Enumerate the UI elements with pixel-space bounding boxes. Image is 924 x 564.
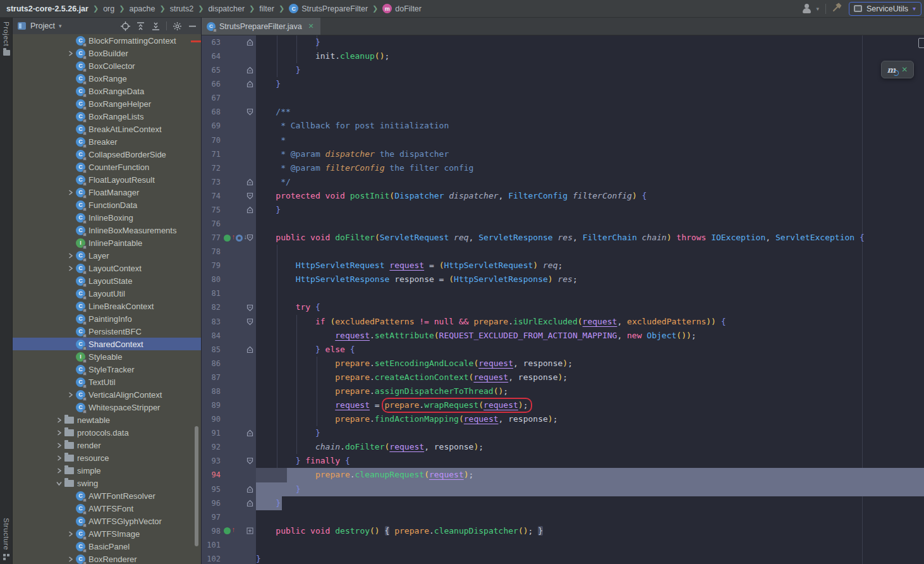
fold-marker-end[interactable] <box>245 429 255 437</box>
class-icon: C <box>76 276 85 286</box>
chevron-right-icon[interactable] <box>64 392 76 398</box>
tree-item-protocols.data[interactable]: protocols.data <box>13 426 201 439</box>
tree-item-linebreakcontext[interactable]: CLineBreakContext <box>13 300 201 312</box>
tree-item-swing[interactable]: swing <box>13 477 201 489</box>
fold-marker-end[interactable] <box>245 500 255 507</box>
chevron-right-icon[interactable] <box>64 531 76 537</box>
tree-item-sharedcontext[interactable]: CSharedContext <box>13 338 201 350</box>
tree-item-breaker[interactable]: CBreaker <box>13 135 201 148</box>
tree-item-whitespacestripper[interactable]: CWhitespaceStripper <box>13 401 201 414</box>
tree-item-simple[interactable]: simple <box>13 464 201 477</box>
implemented-by-icon[interactable]: ↓ <box>236 233 246 243</box>
fold-marker-end[interactable] <box>245 346 255 353</box>
locate-file-button[interactable] <box>121 21 130 31</box>
tree-item-boxrangelists[interactable]: CBoxRangeLists <box>13 110 201 123</box>
breadcrumb-item-struts2[interactable]: struts2 <box>170 4 194 13</box>
build-hammer-icon[interactable] <box>832 3 842 15</box>
chevron-right-icon[interactable] <box>53 468 64 474</box>
expand-all-button[interactable] <box>136 21 145 31</box>
project-stripe-button[interactable]: Project <box>0 21 13 56</box>
tree-item-collapsedborderside[interactable]: CCollapsedBorderSide <box>13 148 201 161</box>
tree-item-resource[interactable]: resource <box>13 451 201 464</box>
tree-scrollbar-thumb[interactable] <box>195 426 198 546</box>
breadcrumb-item-filter[interactable]: filter <box>259 4 274 13</box>
implements-method-icon[interactable]: ↑ <box>224 526 234 536</box>
collapse-all-button[interactable] <box>151 21 161 31</box>
tree-item-boxcollector[interactable]: CBoxCollector <box>13 59 201 72</box>
chevron-right-icon[interactable] <box>53 430 64 436</box>
tree-item-inlineboxing[interactable]: CInlineBoxing <box>13 211 201 224</box>
tree-item-newtable[interactable]: newtable <box>13 414 201 426</box>
chevron-down-icon[interactable] <box>53 481 64 486</box>
chevron-right-icon[interactable] <box>64 253 76 259</box>
tree-item-layoutcontext[interactable]: CLayoutContext <box>13 262 201 274</box>
tree-item-styletracker[interactable]: CStyleTracker <box>13 363 201 376</box>
fold-marker-end[interactable] <box>245 39 255 46</box>
chevron-down-icon[interactable]: ▾ <box>59 23 62 29</box>
fold-marker-start[interactable] <box>245 108 255 116</box>
breadcrumb-item-org[interactable]: org <box>103 4 114 13</box>
run-configuration-select[interactable]: ServiceUtils ▾ <box>849 2 921 16</box>
tree-item-awtfsimage[interactable]: CAWTFSImage <box>13 527 201 540</box>
tree-item-blockformattingcontext[interactable]: CBlockFormattingContext <box>13 34 201 47</box>
close-widget-icon[interactable]: ✕ <box>901 65 908 74</box>
chevron-right-icon[interactable] <box>53 455 64 461</box>
chevron-right-icon[interactable] <box>64 266 76 271</box>
breadcrumb-item-dispatcher[interactable]: dispatcher <box>208 4 245 13</box>
breadcrumb-item-struts2-core-2.5.26.jar[interactable]: struts2-core-2.5.26.jar <box>6 4 88 13</box>
chevron-right-icon[interactable] <box>53 417 64 423</box>
tree-item-awtfontresolver[interactable]: CAWTFontResolver <box>13 489 201 502</box>
tree-item-awtfsglyphvector[interactable]: CAWTFSGlyphVector <box>13 515 201 527</box>
tree-item-render[interactable]: render <box>13 439 201 451</box>
tree-item-boxrangedata[interactable]: CBoxRangeData <box>13 85 201 97</box>
fold-marker-start[interactable] <box>245 192 255 200</box>
fold-marker-end[interactable] <box>245 486 255 493</box>
chevron-right-icon[interactable] <box>64 556 76 562</box>
tree-item-styleable[interactable]: IStyleable <box>13 350 201 363</box>
tree-item-inlinepaintable[interactable]: IInlinePaintable <box>13 236 201 249</box>
breadcrumb-item-strutspreparefilter[interactable]: CStrutsPrepareFilter <box>289 4 368 13</box>
tree-item-functiondata[interactable]: CFunctionData <box>13 199 201 211</box>
tree-item-basicpanel[interactable]: CBasicPanel <box>13 540 201 553</box>
fold-marker-start[interactable] <box>245 457 255 465</box>
tree-item-boxrange[interactable]: CBoxRange <box>13 72 201 85</box>
tree-item-breakatlinecontext[interactable]: CBreakAtLineContext <box>13 123 201 135</box>
user-menu-button[interactable]: ▾ <box>801 4 819 14</box>
close-tab-icon[interactable]: ✕ <box>308 22 314 30</box>
tree-item-counterfunction[interactable]: CCounterFunction <box>13 161 201 173</box>
tree-item-verticalaligncontext[interactable]: CVerticalAlignContext <box>13 388 201 401</box>
tree-item-floatmanager[interactable]: CFloatManager <box>13 186 201 199</box>
tree-item-boxrenderer[interactable]: CBoxRenderer <box>13 553 201 564</box>
settings-gear-icon[interactable] <box>173 21 182 31</box>
fold-marker-end[interactable] <box>245 80 255 88</box>
tree-item-layoutstate[interactable]: CLayoutState <box>13 274 201 287</box>
chevron-right-icon[interactable] <box>64 51 76 56</box>
hide-panel-button[interactable] <box>188 21 197 31</box>
method-refresh-icon[interactable]: m <box>887 65 896 75</box>
tree-item-persistentbfc[interactable]: CPersistentBFC <box>13 325 201 338</box>
fold-marker-end[interactable] <box>245 206 255 214</box>
tree-item-layoututil[interactable]: CLayoutUtil <box>13 287 201 300</box>
tree-item-boxbuilder[interactable]: CBoxBuilder <box>13 47 201 59</box>
tree-item-floatlayoutresult[interactable]: CFloatLayoutResult <box>13 173 201 186</box>
tree-item-textutil[interactable]: CTextUtil <box>13 376 201 388</box>
tree-item-inlineboxmeasurements[interactable]: CInlineBoxMeasurements <box>13 224 201 236</box>
breadcrumb-item-dofilter[interactable]: mdoFilter <box>382 4 422 13</box>
tree-item-boxrangehelper[interactable]: CBoxRangeHelper <box>13 97 201 110</box>
fold-marker-end[interactable] <box>245 178 255 186</box>
code-line-64: 64 init.cleanup(); <box>202 49 924 63</box>
structure-stripe-button[interactable]: Structure <box>0 518 13 560</box>
chevron-right-icon[interactable] <box>64 190 76 195</box>
editor-tab-strutspreparefilter[interactable]: C StrutsPrepareFilter.java ✕ <box>202 18 320 35</box>
fold-marker-end[interactable] <box>245 66 255 74</box>
fold-marker-start[interactable] <box>245 304 255 312</box>
tree-item-paintinginfo[interactable]: CPaintingInfo <box>13 312 201 325</box>
breadcrumb-item-apache[interactable]: apache <box>129 4 155 13</box>
fold-marker-plus[interactable] <box>245 527 255 534</box>
implements-method-icon[interactable]: ↑ <box>224 233 234 243</box>
fold-marker-start[interactable] <box>245 318 255 326</box>
chevron-right-icon[interactable] <box>53 443 64 448</box>
tree-item-awtfsfont[interactable]: CAWTFSFont <box>13 502 201 515</box>
tree-item-layer[interactable]: CLayer <box>13 249 201 262</box>
code-editor[interactable]: 63 }64 init.cleanup();65 }66 }6768 /**69… <box>202 35 924 564</box>
